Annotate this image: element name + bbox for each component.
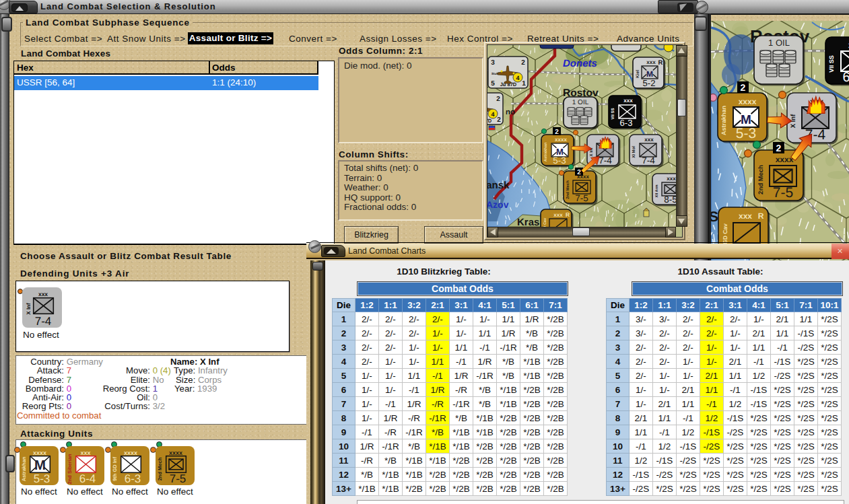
svg-text:M: M [646, 69, 653, 79]
svg-text:2: 2 [555, 129, 559, 136]
svg-text:S: S [711, 209, 718, 225]
svg-text:2: 2 [497, 116, 501, 124]
svg-text:xxxx: xxxx [776, 155, 794, 164]
svg-text:M: M [741, 113, 751, 127]
svg-text:2: 2 [521, 59, 525, 67]
svg-text:7-4: 7-4 [642, 155, 655, 166]
svg-text:Astrakhan: Astrakhan [720, 106, 727, 135]
svg-text:7-5: 7-5 [773, 185, 793, 201]
svg-text:R: R [566, 211, 570, 218]
svg-text:6-3: 6-3 [620, 118, 633, 128]
svg-text:R: R [758, 211, 764, 221]
svg-text:1: 1 [522, 80, 526, 87]
svg-text:xxx: xxx [646, 59, 656, 65]
svg-text:5-3: 5-3 [736, 126, 756, 141]
svg-text:8-5: 8-5 [664, 194, 676, 205]
svg-text:5-3: 5-3 [553, 155, 566, 166]
svg-text:iansk: iansk [487, 180, 510, 191]
svg-text:2: 2 [577, 169, 581, 176]
svg-text:Kiel: Kiel [636, 70, 640, 78]
svg-text:7-5: 7-5 [575, 193, 588, 203]
svg-text:Astrakhan: Astrakhan [21, 456, 27, 481]
svg-text:xxxx: xxxx [169, 449, 182, 456]
svg-text:no: no [506, 108, 515, 116]
svg-text:VII SS: VII SS [828, 55, 835, 73]
svg-text:4: 4 [491, 111, 494, 118]
svg-text:2: 2 [741, 82, 746, 93]
svg-text:VII SS: VII SS [611, 108, 615, 119]
svg-text:xxx: xxx [553, 212, 563, 218]
svg-text:2nd Mech: 2nd Mech [757, 165, 765, 194]
svg-text:xxx: xxx [623, 98, 633, 104]
svg-text:5: 5 [491, 80, 495, 87]
svg-text:7-5: 7-5 [170, 472, 186, 485]
svg-text:Ju 87D: Ju 87D [487, 118, 492, 124]
svg-text:1 OIL: 1 OIL [572, 99, 589, 106]
svg-text:6-4: 6-4 [79, 472, 96, 485]
svg-text:xxxx: xxxx [555, 137, 567, 143]
svg-text:xxxx: xxxx [739, 97, 757, 106]
svg-text:xxx: xxx [38, 291, 48, 297]
svg-text:R: R [658, 59, 663, 67]
svg-text:xxxx: xxxx [124, 449, 137, 456]
svg-text:5-2: 5-2 [643, 78, 656, 88]
svg-text:2: 2 [776, 143, 782, 153]
svg-text:xxx: xxx [667, 176, 676, 182]
svg-text:Azov: Azov [487, 199, 509, 210]
svg-text:XII Arm: XII Arm [655, 184, 659, 197]
svg-text:3: 3 [491, 59, 495, 67]
svg-text:2nd Mech: 2nd Mech [157, 457, 163, 480]
svg-text:Donets: Donets [563, 58, 597, 69]
svg-text:1 OIL: 1 OIL [768, 38, 790, 48]
svg-text:Astrakhan: Astrakhan [543, 142, 548, 161]
svg-text:4: 4 [516, 75, 519, 81]
svg-text:XI Mol: XI Mol [632, 146, 636, 158]
svg-text:7-4: 7-4 [35, 315, 52, 328]
svg-text:5-3: 5-3 [34, 472, 50, 485]
svg-text:xxx: xxx [644, 137, 654, 143]
svg-text:xxxx: xxxx [33, 449, 46, 456]
svg-text:3rd GD Cav: 3rd GD Cav [543, 217, 547, 227]
svg-text:6-3: 6-3 [843, 70, 849, 85]
svg-text:xxx: xxx [739, 211, 752, 221]
svg-text:X Inf: X Inf [26, 303, 32, 315]
svg-text:9th GD Inf: 9th GD Inf [112, 457, 118, 481]
svg-text:7-4: 7-4 [599, 155, 612, 166]
svg-text:M: M [34, 458, 46, 473]
svg-text:Kras: Kras [517, 217, 539, 227]
svg-text:2: 2 [496, 96, 500, 103]
svg-text:2nd Mech: 2nd Mech [566, 180, 570, 199]
svg-text:6-3: 6-3 [125, 472, 141, 485]
svg-text:2nd Siberian: 2nd Siberian [67, 454, 73, 484]
svg-text:xxx: xxx [80, 449, 90, 456]
